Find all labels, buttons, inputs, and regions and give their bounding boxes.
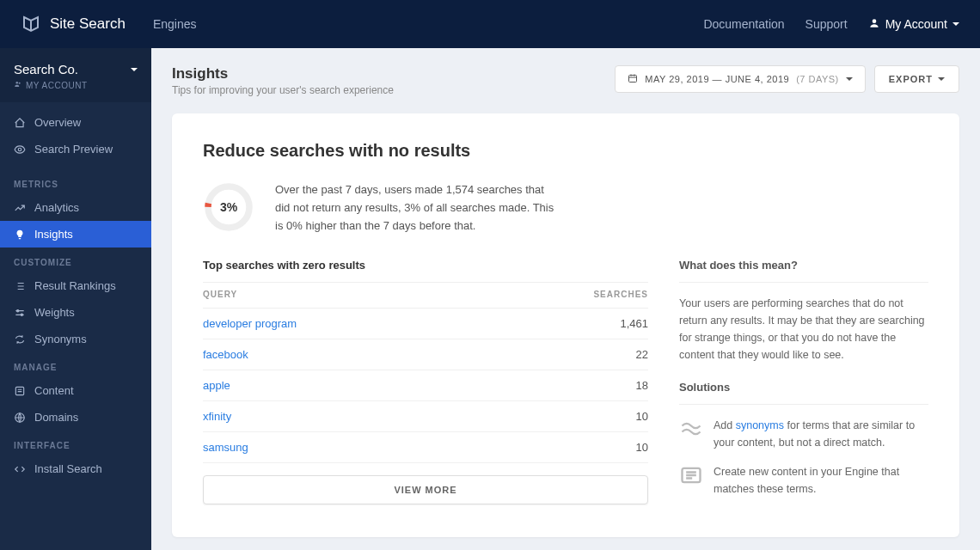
sync-icon	[14, 333, 26, 345]
logo-icon	[21, 14, 41, 34]
chevron-down-icon	[131, 68, 138, 71]
sidebar-item-content[interactable]: Content	[0, 377, 151, 404]
sidebar-item-analytics[interactable]: Analytics	[0, 194, 151, 221]
no-results-card: Reduce searches with no results 3% Over …	[172, 113, 959, 537]
donut-chart: 3%	[203, 181, 254, 233]
user-icon	[868, 17, 880, 32]
users-icon	[14, 80, 22, 90]
svg-point-2	[19, 82, 21, 84]
sidebar-heading-manage: MANAGE	[0, 352, 151, 377]
chevron-down-icon	[846, 77, 853, 81]
sidebar-item-install-search[interactable]: Install Search	[0, 455, 151, 482]
sidebar-item-result-rankings[interactable]: Result Rankings	[0, 272, 151, 299]
sidebar-item-weights[interactable]: Weights	[0, 299, 151, 326]
sidebar-item-synonyms[interactable]: Synonyms	[0, 326, 151, 352]
svg-point-3	[18, 148, 21, 151]
sidebar-item-label: Search Preview	[34, 143, 113, 156]
code-icon	[14, 463, 26, 475]
chevron-down-icon	[938, 77, 945, 81]
sidebar-heading-customize: CUSTOMIZE	[0, 248, 151, 272]
lightbulb-icon	[14, 229, 26, 241]
sliders-icon	[14, 307, 26, 319]
svg-point-1	[16, 82, 19, 84]
sidebar-item-overview[interactable]: Overview	[0, 109, 151, 136]
solution-text: Add synonyms for terms that are similar …	[714, 417, 928, 451]
file-icon	[14, 385, 26, 397]
sidebar-heading-metrics: METRICS	[0, 169, 151, 194]
company-name: Search Co.	[14, 62, 78, 76]
solutions-title: Solutions	[679, 381, 928, 405]
svg-point-0	[872, 19, 876, 23]
date-range-picker[interactable]: MAY 29, 2019 — JUNE 4, 2019 (7 DAYS)	[615, 65, 865, 93]
date-range-text: MAY 29, 2019 — JUNE 4, 2019	[645, 74, 789, 84]
svg-point-5	[21, 314, 22, 315]
sidebar-item-label: Domains	[34, 411, 78, 424]
card-title: Reduce searches with no results	[203, 141, 928, 161]
svg-rect-8	[629, 76, 637, 82]
table-row: facebook 22	[203, 339, 648, 370]
table-row: xfinity 10	[203, 401, 648, 432]
home-icon	[14, 117, 26, 129]
query-link[interactable]: facebook	[203, 348, 248, 361]
sidebar-item-label: Insights	[34, 228, 73, 241]
donut-percentage: 3%	[220, 200, 237, 214]
search-count: 18	[636, 379, 648, 392]
logo[interactable]: Site Search	[21, 14, 126, 34]
sidebar-item-label: Install Search	[34, 462, 102, 475]
info-title: What does this mean?	[679, 259, 928, 283]
support-link[interactable]: Support	[805, 17, 848, 31]
sidebar-company-selector[interactable]: Search Co. MY ACCOUNT	[0, 48, 151, 102]
svg-point-4	[17, 309, 19, 311]
synonym-icon	[679, 417, 703, 441]
export-button[interactable]: EXPORT	[874, 65, 959, 93]
table-row: developer program 1,461	[203, 309, 648, 339]
sidebar-item-label: Result Rankings	[34, 279, 116, 292]
sidebar-item-insights[interactable]: Insights	[0, 221, 151, 248]
logo-text: Site Search	[50, 15, 126, 33]
sidebar-item-label: Weights	[34, 306, 75, 319]
calendar-icon	[628, 73, 638, 85]
sidebar-heading-interface: INTERFACE	[0, 431, 151, 455]
col-searches: SEARCHES	[593, 290, 648, 299]
view-more-button[interactable]: VIEW MORE	[203, 475, 648, 504]
chart-icon	[14, 202, 26, 214]
sidebar-item-domains[interactable]: Domains	[0, 404, 151, 431]
list-icon	[14, 280, 26, 292]
engines-link[interactable]: Engines	[153, 17, 197, 31]
eye-icon	[14, 144, 26, 156]
content-icon	[679, 463, 703, 487]
sidebar-item-label: Synonyms	[34, 333, 87, 345]
sidebar-item-search-preview[interactable]: Search Preview	[0, 136, 151, 162]
search-count: 10	[636, 441, 648, 454]
page-subtitle: Tips for improving your user's search ex…	[172, 84, 394, 96]
page-title: Insights	[172, 65, 394, 82]
search-count: 22	[636, 348, 648, 361]
account-menu[interactable]: My Account	[868, 17, 959, 32]
globe-icon	[14, 412, 26, 424]
search-count: 1,461	[620, 317, 648, 330]
date-days: (7 DAYS)	[796, 74, 839, 84]
solution-text: Create new content in your Engine that m…	[714, 463, 928, 498]
sidebar-item-label: Content	[34, 384, 74, 397]
sidebar-item-label: Overview	[34, 116, 81, 129]
synonyms-link[interactable]: synonyms	[736, 419, 784, 431]
export-label: EXPORT	[889, 74, 933, 84]
chevron-down-icon	[952, 22, 959, 26]
table-title: Top searches with zero results	[203, 259, 648, 282]
search-count: 10	[636, 410, 648, 423]
table-row: samsung 10	[203, 432, 648, 463]
query-link[interactable]: developer program	[203, 317, 297, 330]
query-link[interactable]: samsung	[203, 441, 248, 454]
table-row: apple 18	[203, 370, 648, 401]
query-link[interactable]: xfinity	[203, 410, 231, 423]
docs-link[interactable]: Documentation	[703, 17, 784, 31]
col-query: QUERY	[203, 290, 237, 299]
query-link[interactable]: apple	[203, 379, 230, 392]
account-sub: MY ACCOUNT	[26, 81, 88, 90]
card-intro-text: Over the past 7 days, users made 1,574 s…	[275, 181, 559, 235]
account-label: My Account	[885, 17, 947, 31]
sidebar-item-label: Analytics	[34, 201, 79, 214]
info-text: Your users are performing searches that …	[679, 295, 928, 364]
